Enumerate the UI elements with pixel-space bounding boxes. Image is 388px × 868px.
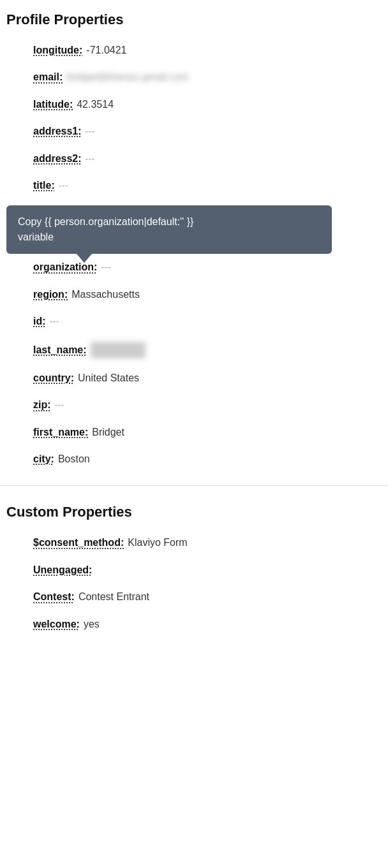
property-row-welcome: welcome: yes <box>0 611 388 638</box>
property-row-country: country: United States <box>0 365 388 392</box>
property-row-longitude: longitude: -71.0421 <box>0 37 388 64</box>
property-row-first-name: first_name: Bridget <box>0 419 388 446</box>
property-value-city: Boston <box>58 452 90 466</box>
property-label-country[interactable]: country: <box>33 371 74 385</box>
property-value-contest: Contest Entrant <box>78 590 149 604</box>
property-row-city: city: Boston <box>0 446 388 473</box>
property-label-city[interactable]: city: <box>33 452 54 466</box>
property-value-address1: --- <box>86 124 95 138</box>
tooltip-box: Copy {{ person.organization|default:'' }… <box>6 205 332 254</box>
property-label-address2[interactable]: address2: <box>33 152 82 166</box>
property-value-title: --- <box>59 179 68 192</box>
tooltip-arrow <box>77 254 92 263</box>
property-row-address2: address2: --- <box>0 145 388 172</box>
property-row-address1: address1: --- <box>0 118 388 145</box>
section-divider <box>0 485 388 486</box>
property-label-last-name[interactable]: last_name: <box>33 343 87 357</box>
property-value-last-name: Lastname <box>91 342 146 358</box>
property-row-unengaged: Unengaged: <box>0 557 388 584</box>
property-value-country: United States <box>78 371 139 385</box>
tooltip-text-line2: variable <box>18 232 54 242</box>
property-label-consent-method[interactable]: $consent_method: <box>33 536 124 550</box>
property-label-contest[interactable]: Contest: <box>33 590 75 604</box>
property-label-email[interactable]: email: <box>33 70 63 84</box>
property-label-region[interactable]: region: <box>33 288 68 302</box>
property-row-organization: organization: --- <box>0 254 388 281</box>
property-value-first-name: Bridget <box>92 425 124 439</box>
property-value-email: bridget@klaviyo.gmail.com <box>66 70 188 84</box>
property-label-unengaged[interactable]: Unengaged: <box>33 563 92 577</box>
property-row-region: region: Massachusetts <box>0 281 388 308</box>
property-label-id[interactable]: id: <box>33 314 46 328</box>
property-row-zip: zip: --- <box>0 392 388 418</box>
property-label-address1[interactable]: address1: <box>33 124 82 138</box>
property-value-latitude: 42.3514 <box>77 98 114 112</box>
property-value-consent-method: Klaviyo Form <box>128 536 187 550</box>
property-value-welcome: yes <box>84 617 100 631</box>
property-value-address2: --- <box>86 152 95 165</box>
property-row-contest: Contest: Contest Entrant <box>0 584 388 610</box>
tooltip-text-line1: Copy {{ person.organization|default:'' }… <box>18 216 193 227</box>
profile-properties-section: Profile Properties longitude: -71.0421 e… <box>0 0 388 473</box>
custom-properties-section: Custom Properties $consent_method: Klavi… <box>0 492 388 638</box>
property-row-last-name: last_name: Lastname <box>0 335 388 365</box>
property-label-title[interactable]: title: <box>33 179 55 193</box>
property-label-welcome[interactable]: welcome: <box>33 617 80 631</box>
property-value-id: --- <box>50 314 59 328</box>
property-value-zip: --- <box>55 398 64 411</box>
property-value-organization: --- <box>101 260 110 274</box>
custom-properties-title: Custom Properties <box>0 492 388 529</box>
profile-properties-title: Profile Properties <box>0 0 388 37</box>
tooltip-wrapper: Copy {{ person.organization|default:'' }… <box>0 199 388 254</box>
property-value-region: Massachusetts <box>71 288 140 302</box>
property-label-longitude[interactable]: longitude: <box>33 43 82 57</box>
property-label-first-name[interactable]: first_name: <box>33 425 88 439</box>
property-row-consent-method: $consent_method: Klaviyo Form <box>0 529 388 556</box>
property-row-title: title: --- <box>0 172 388 199</box>
property-label-zip[interactable]: zip: <box>33 398 51 412</box>
property-row-email: email: bridget@klaviyo.gmail.com <box>0 64 388 91</box>
property-row-latitude: latitude: 42.3514 <box>0 91 388 118</box>
property-label-latitude[interactable]: latitude: <box>33 98 73 112</box>
property-value-longitude: -71.0421 <box>86 43 126 57</box>
property-row-id: id: --- <box>0 308 388 335</box>
